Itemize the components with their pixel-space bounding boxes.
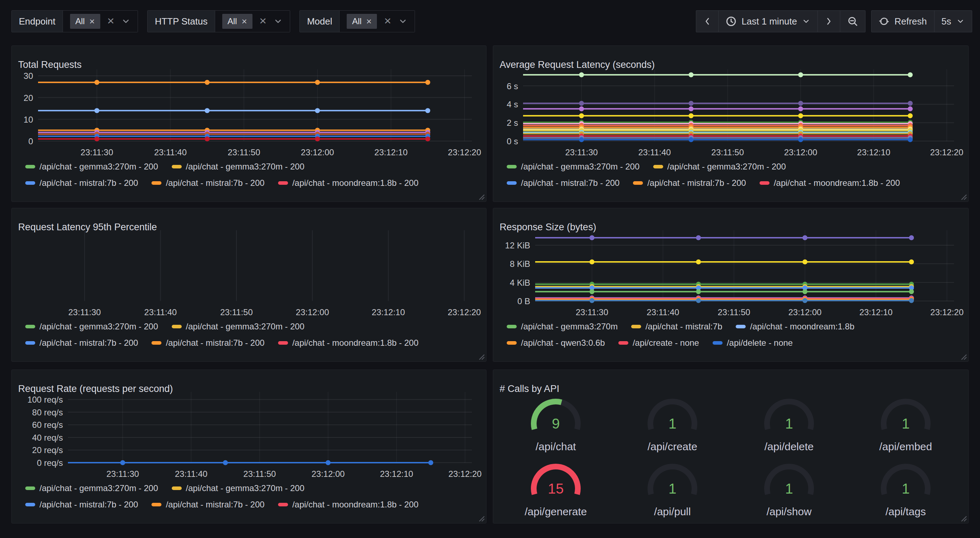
legend-label: /api/create - none xyxy=(633,338,699,348)
x-axis-tick-label: 23:12:00 xyxy=(312,469,345,479)
legend-item[interactable]: /api/chat - gemma3:270m - 200 xyxy=(172,322,305,332)
series-point xyxy=(326,460,331,465)
filter-clear-icon[interactable]: × xyxy=(384,14,391,28)
panel-title[interactable]: Request Latency 95th Percentile xyxy=(18,222,157,233)
gauge-label: /api/chat xyxy=(536,441,576,453)
legend-item[interactable]: /api/delete - none xyxy=(713,338,792,348)
legend-item[interactable]: /api/chat - gemma3:270m - 200 xyxy=(507,162,640,171)
legend-item[interactable]: /api/create - none xyxy=(618,338,699,348)
panel-resize-handle[interactable] xyxy=(959,352,967,360)
legend-item[interactable]: /api/chat - qwen3:0.6b xyxy=(507,338,605,348)
chip-remove-icon[interactable]: × xyxy=(242,17,247,26)
chart-total-requests: 23:11:3023:11:4023:11:5023:12:0023:12:10… xyxy=(12,46,486,202)
chevron-left-icon xyxy=(703,17,711,26)
filter-http-status-chip[interactable]: All × xyxy=(222,14,253,29)
time-shift-forward-button[interactable] xyxy=(818,10,840,32)
series-point xyxy=(689,101,694,106)
legend-label: /api/chat - gemma3:270m - 200 xyxy=(186,162,305,171)
panel-title[interactable]: # Calls by API xyxy=(500,383,559,394)
legend-item[interactable]: /api/chat - mistral:7b xyxy=(631,322,722,332)
panel-title[interactable]: Total Requests xyxy=(18,59,82,70)
legend-swatch xyxy=(151,341,161,345)
legend-item[interactable]: /api/chat - gemma3:270m - 200 xyxy=(172,162,305,171)
legend-item[interactable]: /api/chat - gemma3:270m - 200 xyxy=(25,483,158,493)
gauge-api-chat: 9/api/chat xyxy=(498,390,614,455)
legend-item[interactable]: /api/chat - mistral:7b - 200 xyxy=(507,178,619,188)
panel-resize-handle[interactable] xyxy=(959,514,967,522)
y-axis-tick-label: 4 KiB xyxy=(510,278,530,287)
refresh-interval-button[interactable]: 5s xyxy=(934,10,972,32)
series-point xyxy=(909,298,914,303)
series-point xyxy=(205,80,210,85)
legend-item[interactable]: /api/chat - moondream:1.8b xyxy=(736,322,854,332)
legend-swatch xyxy=(151,181,161,185)
chevron-down-icon[interactable] xyxy=(121,17,130,26)
legend-label: /api/chat - moondream:1.8b - 200 xyxy=(292,500,418,509)
filter-model-chip[interactable]: All × xyxy=(347,14,377,29)
gauge-value: 1 xyxy=(668,481,676,497)
legend-item[interactable]: /api/chat - gemma3:270m - 200 xyxy=(25,322,158,332)
grafana-dashboard: Endpoint All × × HTTP Status All × xyxy=(0,0,980,538)
chip-remove-icon[interactable]: × xyxy=(366,17,372,26)
gauge-api-show: 1/api/show xyxy=(731,455,847,520)
panel-resize-handle[interactable] xyxy=(477,352,485,360)
legend-item[interactable]: /api/chat - gemma3:270m - 200 xyxy=(172,483,305,493)
panel-response-size: Response Size (bytes) 23:11:3023:11:4023… xyxy=(493,208,969,362)
x-axis-tick-label: 23:12:00 xyxy=(296,307,329,317)
legend-item[interactable]: /api/chat - moondream:1.8b - 200 xyxy=(278,338,418,348)
legend-swatch xyxy=(759,181,770,185)
chart-legend: /api/chat - gemma3:270m - 200/api/chat -… xyxy=(25,162,479,194)
x-axis-tick-label: 23:12:10 xyxy=(859,307,892,317)
filter-model-value[interactable]: All × × xyxy=(340,11,415,32)
filter-http-status-value[interactable]: All × × xyxy=(215,11,290,32)
zoom-out-button[interactable] xyxy=(840,10,865,32)
legend-item[interactable]: /api/chat - mistral:7b - 200 xyxy=(633,178,746,188)
x-axis-tick-label: 23:11:30 xyxy=(81,148,113,157)
time-range-picker-button[interactable]: Last 1 minute xyxy=(718,10,818,32)
series-point xyxy=(315,108,320,113)
series-point xyxy=(425,80,430,85)
panel-title[interactable]: Response Size (bytes) xyxy=(500,222,596,233)
series-point xyxy=(803,289,808,294)
legend-item[interactable]: /api/chat - moondream:1.8b - 200 xyxy=(759,178,900,188)
legend-item[interactable]: /api/chat - mistral:7b - 200 xyxy=(151,500,264,509)
panel-resize-handle[interactable] xyxy=(477,193,485,200)
legend-item[interactable]: /api/chat - mistral:7b - 200 xyxy=(151,338,264,348)
legend-item[interactable]: /api/chat - gemma3:270m - 200 xyxy=(653,162,786,171)
refresh-button[interactable]: Refresh xyxy=(871,10,934,32)
filter-endpoint-chip[interactable]: All × xyxy=(70,14,100,29)
template-variable-filters: Endpoint All × × HTTP Status All × xyxy=(11,10,415,32)
y-axis-tick-label: 100 req/s xyxy=(27,395,63,405)
filter-endpoint-value[interactable]: All × × xyxy=(63,11,138,32)
panel-resize-handle[interactable] xyxy=(477,514,485,522)
y-axis-tick-label: 4 s xyxy=(507,100,518,109)
legend-item[interactable]: /api/chat - mistral:7b - 200 xyxy=(25,338,138,348)
legend-item[interactable]: /api/chat - mistral:7b - 200 xyxy=(25,500,138,509)
legend-item[interactable]: /api/chat - mistral:7b - 200 xyxy=(25,178,138,188)
legend-item[interactable]: /api/chat - moondream:1.8b - 200 xyxy=(278,500,418,509)
time-shift-back-button[interactable] xyxy=(696,10,719,32)
series-point xyxy=(579,137,584,142)
legend-item[interactable]: /api/chat - gemma3:270m - 200 xyxy=(25,162,158,171)
legend-item[interactable]: /api/chat - moondream:1.8b - 200 xyxy=(278,178,418,188)
legend-item[interactable]: /api/chat - mistral:7b - 200 xyxy=(151,178,264,188)
legend-swatch xyxy=(713,341,722,345)
series-point xyxy=(579,113,584,118)
filter-clear-icon[interactable]: × xyxy=(107,14,115,28)
legend-label: /api/chat - mistral:7b - 200 xyxy=(40,500,138,509)
gauge-api-generate: 15/api/generate xyxy=(498,455,614,520)
panel-resize-handle[interactable] xyxy=(959,193,967,200)
filter-clear-icon[interactable]: × xyxy=(259,14,267,28)
panel-title[interactable]: Request Rate (requests per second) xyxy=(18,383,173,394)
chip-remove-icon[interactable]: × xyxy=(89,17,95,26)
panel-title[interactable]: Average Request Latency (seconds) xyxy=(500,59,655,70)
legend-item[interactable]: /api/chat - gemma3:270m xyxy=(507,322,618,332)
chevron-down-icon[interactable] xyxy=(398,17,407,26)
chevron-down-icon[interactable] xyxy=(274,17,283,26)
gauge-arc: 15 xyxy=(519,457,593,506)
legend-swatch xyxy=(151,503,161,506)
legend-label: /api/chat - mistral:7b - 200 xyxy=(647,178,746,188)
legend-swatch xyxy=(278,341,288,345)
y-axis-tick-label: 0 req/s xyxy=(37,458,63,468)
x-axis-tick-label: 23:11:40 xyxy=(175,469,208,479)
